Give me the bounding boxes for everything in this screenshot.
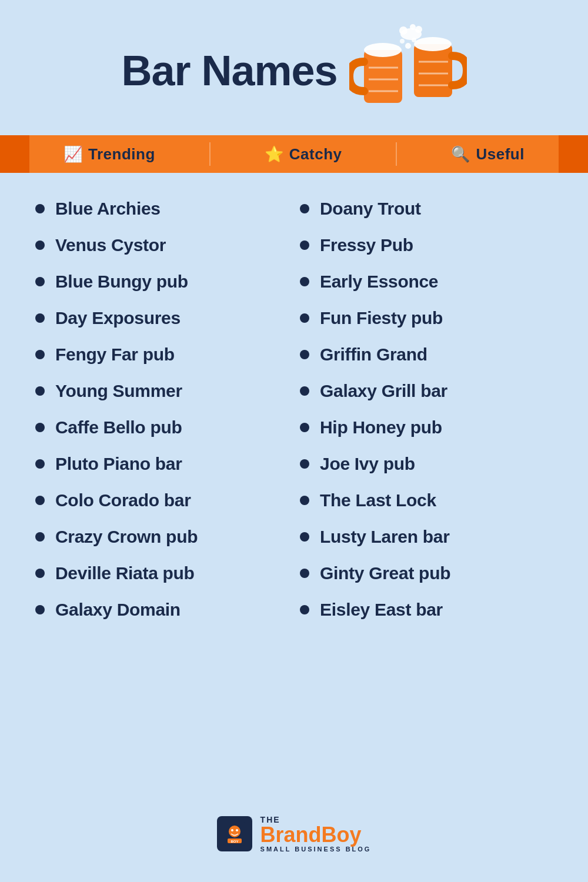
brand-sub-label: Small Business Blog [260,846,372,853]
svg-point-17 [412,38,416,42]
brand-name: BrandBoy [260,824,372,846]
svg-point-2 [415,26,422,33]
bullet-icon [35,459,45,469]
bullet-icon [35,240,45,250]
bar-name: Early Essonce [320,272,438,292]
list-item: Doany Trout [300,191,553,227]
bar-name: Griffin Grand [320,345,427,365]
names-column-left: Blue Archies Venus Cystor Blue Bungy pub… [35,191,288,628]
list-item: Early Essonce [300,263,553,300]
title-row: Bar Names [121,24,466,118]
list-item: Venus Cystor [35,227,288,263]
list-item: Deville Riata pub [35,555,288,592]
list-item: Pluto Piano bar [35,446,288,482]
bullet-icon [300,423,309,432]
bullet-icon [300,313,309,323]
bullet-icon [35,386,45,396]
bullet-icon [35,532,45,542]
list-item: Blue Archies [35,191,288,227]
list-item: The Last Lock [300,482,553,519]
trending-icon: 📈 [64,145,82,163]
list-item: Eisley East bar [300,592,553,628]
bar-name: Venus Cystor [55,235,166,255]
bar-name: Blue Bungy pub [55,272,188,292]
bullet-icon [300,459,309,469]
list-item: Young Summer [35,373,288,409]
svg-rect-10 [364,50,402,103]
bar-name: Blue Archies [55,199,161,219]
list-item: Colo Corado bar [35,482,288,519]
footer: BOY the BrandBoy Small Business Blog [205,809,383,858]
bar-name: Fressy Pub [320,235,413,255]
list-item: Fengy Far pub [35,336,288,373]
bar-name: Pluto Piano bar [55,454,182,474]
bar-name: Hip Honey pub [320,417,442,437]
brand-face-icon: BOY [223,822,246,846]
list-item: Hip Honey pub [300,409,553,446]
tabs-bar: 📈 Trending ⭐ Catchy 🔍 Useful [0,135,588,173]
bar-name: The Last Lock [320,490,436,510]
svg-point-20 [231,829,233,831]
svg-point-21 [236,829,238,831]
names-section: Blue Archies Venus Cystor Blue Bungy pub… [0,191,588,791]
tab-divider-1 [209,142,211,166]
beer-mugs-illustration [349,24,467,118]
bullet-icon [35,605,45,614]
bullet-icon [300,605,309,614]
list-item: Lusty Laren bar [300,519,553,555]
list-item: Griffin Grand [300,336,553,373]
bar-name: Joe Ivy pub [320,454,415,474]
tabs-inner: 📈 Trending ⭐ Catchy 🔍 Useful [29,135,559,173]
bullet-icon [300,240,309,250]
tab-trending[interactable]: 📈 Trending [49,141,169,168]
svg-point-11 [364,43,402,57]
bullet-icon [300,386,309,396]
list-item: Galaxy Grill bar [300,373,553,409]
brand-text-group: the BrandBoy Small Business Blog [260,815,372,853]
bullet-icon [300,204,309,213]
tab-catchy[interactable]: ⭐ Catchy [250,141,356,168]
list-item: Fressy Pub [300,227,553,263]
bar-name: Young Summer [55,381,182,401]
list-item: Day Exposures [35,300,288,336]
bullet-icon [300,496,309,505]
svg-point-6 [414,37,452,51]
tab-useful[interactable]: 🔍 Useful [437,141,538,168]
bar-name: Galaxy Grill bar [320,381,447,401]
list-item: Fun Fiesty pub [300,300,553,336]
bar-name: Fengy Far pub [55,345,175,365]
bar-name: Ginty Great pub [320,563,450,583]
bullet-icon [35,350,45,359]
tab-accent-left [0,135,29,173]
list-item: Galaxy Domain [35,592,288,628]
bar-name: Fun Fiesty pub [320,308,443,328]
tab-accent-right [559,135,588,173]
list-item: Caffe Bello pub [35,409,288,446]
brand-name-part2: Boy [322,823,362,847]
tab-catchy-label: Catchy [289,145,342,163]
bar-name: Eisley East bar [320,600,443,620]
list-item: Joe Ivy pub [300,446,553,482]
bar-name: Galaxy Domain [55,600,181,620]
header: Bar Names [0,0,588,135]
bullet-icon [35,496,45,505]
svg-text:BOY: BOY [230,840,238,843]
list-item: Crazy Crown pub [35,519,288,555]
page-wrapper: Bar Names [0,0,588,882]
brand-name-part1: Brand [260,823,322,847]
bullet-icon [300,350,309,359]
tab-trending-label: Trending [88,145,155,163]
bar-name: Colo Corado bar [55,490,191,510]
bar-name: Doany Trout [320,199,421,219]
svg-point-1 [399,26,407,35]
bullet-icon [35,277,45,286]
bullet-icon [35,423,45,432]
tab-useful-label: Useful [476,145,524,163]
brand-logo-icon: BOY [217,816,252,851]
list-item: Blue Bungy pub [35,263,288,300]
bullet-icon [35,313,45,323]
bar-name: Crazy Crown pub [55,527,198,547]
names-column-right: Doany Trout Fressy Pub Early Essonce Fun… [300,191,553,628]
svg-rect-5 [414,44,452,97]
bullet-icon [35,204,45,213]
